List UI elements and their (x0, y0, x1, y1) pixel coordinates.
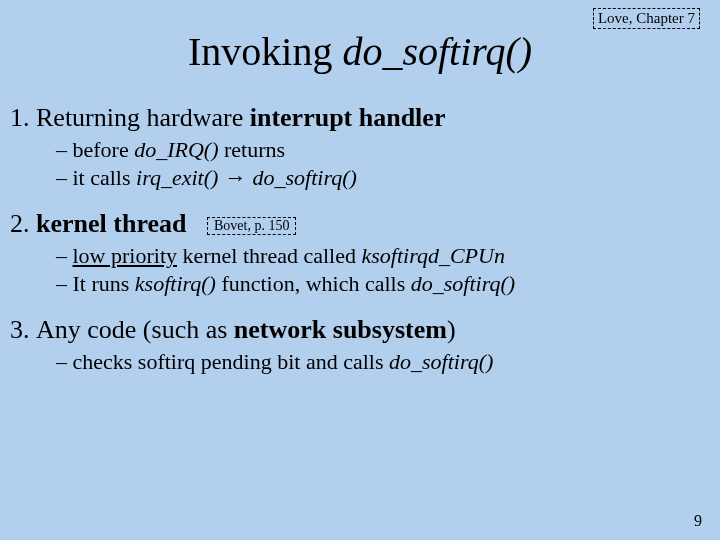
item-2a-t1: kernel thread called (177, 243, 361, 268)
item-3-t1: Any code (such as (36, 315, 234, 344)
item-3a: checks softirq pending bit and calls do_… (56, 349, 696, 375)
item-2b-fn1: ksoftirq() (135, 271, 216, 296)
title-function: do_softirq() (342, 29, 532, 74)
item-2a-underline: low priority (73, 243, 178, 268)
item-2b: It runs ksoftirq() function, which calls… (56, 271, 696, 297)
item-1-bold: interrupt handler (250, 103, 446, 132)
main-list: Returning hardware interrupt handler bef… (24, 103, 720, 375)
item-1b: it calls irq_exit() → do_softirq() (56, 165, 696, 191)
item-1-text: Returning hardware (36, 103, 250, 132)
item-2b-fn2: do_softirq() (411, 271, 515, 296)
item-3a-t1: checks softirq pending bit and calls (73, 349, 389, 374)
item-2b-t1: It runs (73, 271, 135, 296)
item-1b-fn1: irq_exit() (136, 165, 218, 190)
item-3a-fn: do_softirq() (389, 349, 493, 374)
arrow-icon: → (218, 165, 252, 190)
item-3-t2: ) (447, 315, 456, 344)
item-2b-t2: function, which calls (216, 271, 411, 296)
item-3-sublist: checks softirq pending bit and calls do_… (36, 349, 696, 375)
reference-box-top: Love, Chapter 7 (593, 8, 700, 29)
item-1a-fn: do_IRQ() (134, 137, 218, 162)
item-2: kernel thread Bovet, p. 150 low priority… (36, 209, 696, 297)
item-3: Any code (such as network subsystem) che… (36, 315, 696, 375)
item-3-bold: network subsystem (234, 315, 447, 344)
item-2a: low priority kernel thread called ksofti… (56, 243, 696, 269)
title-prefix: Invoking (188, 29, 342, 74)
item-1: Returning hardware interrupt handler bef… (36, 103, 696, 191)
reference-box-inline: Bovet, p. 150 (207, 217, 296, 235)
page-number: 9 (694, 512, 702, 530)
item-1a: before do_IRQ() returns (56, 137, 696, 163)
item-1b-t1: it calls (73, 165, 137, 190)
item-1a-t1: before (73, 137, 135, 162)
item-2a-fn: ksoftirqd_CPUn (361, 243, 504, 268)
item-2-head: kernel thread (36, 209, 186, 238)
item-1-sublist: before do_IRQ() returns it calls irq_exi… (36, 137, 696, 191)
item-1b-fn2: do_softirq() (253, 165, 357, 190)
item-1a-t2: returns (219, 137, 286, 162)
item-2-sublist: low priority kernel thread called ksofti… (36, 243, 696, 297)
